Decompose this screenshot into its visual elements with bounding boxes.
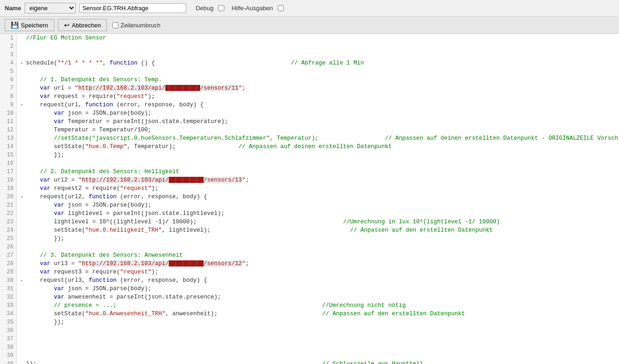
code-line [20, 335, 615, 343]
code-line: setState("hue.0.helligkeit_TRH", lightle… [20, 226, 615, 234]
code-line: ▾schedule("*/1 * * * *", function () { /… [20, 59, 615, 67]
save-icon: 💾 [11, 21, 19, 29]
line-number: 19 [3, 184, 13, 193]
save-label: Speichern [21, 22, 48, 29]
code-line: var json = JSON.parse(body); [20, 201, 615, 209]
line-number: 40 [3, 360, 13, 364]
code-line: var json = JSON.parse(body); [20, 285, 615, 293]
code-line: }); [20, 318, 615, 326]
wordwrap-section: Zeilenumbruch [112, 22, 160, 29]
code-line: // 3. Datenpunkt des Sensors: Anwesenhei… [20, 251, 615, 260]
line-number: 13 [3, 134, 13, 143]
code-line: // 2. Datenpunkt des Sensors: Helligkeit [20, 168, 615, 176]
line-number: 39 [3, 351, 13, 360]
line-number: 4 [3, 59, 13, 67]
line-number: 8 [3, 92, 13, 101]
save-button[interactable]: 💾 Speichern [5, 19, 54, 31]
code-line: // 1. Datenpunkt des Sensors: Temp. [20, 76, 615, 84]
code-line: lightlevel = 10^((lightlevel -1)/ 10000)… [20, 218, 615, 226]
line-number: 2 [3, 42, 13, 51]
hilfe-label: Hilfe-Ausgaben [232, 5, 273, 12]
line-number: 25 [3, 234, 13, 243]
code-line: ▾ request(url, function (error, response… [20, 101, 615, 109]
line-number: 38 [3, 343, 13, 351]
line-number: 20 [3, 193, 13, 201]
wordwrap-label: Zeilenumbruch [120, 22, 160, 29]
code-line: ▾ request(url3, function (error, respons… [20, 276, 615, 285]
code-line: //Flur EG Motion Sensor [20, 34, 615, 42]
code-line [20, 159, 615, 168]
fold-arrow[interactable]: ▾ [20, 59, 26, 68]
code-line [20, 326, 615, 335]
fold-arrow[interactable]: ▾ [20, 277, 26, 285]
line-number: 26 [3, 243, 13, 251]
code-line [20, 51, 615, 59]
line-number: 24 [3, 226, 13, 234]
line-numbers: 1234567891011121314151617181920212223242… [0, 34, 17, 364]
code-line [20, 351, 615, 360]
fold-arrow[interactable]: ▾ [20, 101, 26, 110]
code-line: var url = "http://192.168.2.103/api/████… [20, 84, 615, 92]
code-line: Temperatur = Temperatur/100; [20, 126, 615, 134]
code-line: ▾ request(url2, function (error, respons… [20, 193, 615, 201]
cancel-button[interactable]: ↩ Abbrechen [58, 19, 107, 31]
wordwrap-checkbox[interactable] [112, 22, 118, 28]
line-number: 16 [3, 159, 13, 168]
line-number: 29 [3, 268, 13, 276]
line-number: 7 [3, 84, 13, 92]
code-line: var url3 = "http://192.168.2.103/api/███… [20, 260, 615, 268]
cancel-icon: ↩ [64, 21, 70, 29]
code-line: var json = JSON.parse(body); [20, 109, 615, 117]
path-input[interactable] [79, 3, 186, 13]
hilfe-checkbox[interactable] [278, 5, 284, 11]
line-number: 1 [3, 34, 13, 42]
fold-arrow[interactable]: ▾ [20, 193, 26, 202]
line-number: 12 [3, 126, 13, 134]
code-line: }); [20, 234, 615, 243]
line-number: 30 [3, 276, 13, 285]
line-number: 5 [3, 67, 13, 76]
line-number: 6 [3, 76, 13, 84]
line-number: 23 [3, 218, 13, 226]
line-number: 34 [3, 310, 13, 318]
line-number: 14 [3, 143, 13, 151]
line-number: 10 [3, 109, 13, 117]
code-line: var url2 = "http://192.168.2.103/api/███… [20, 176, 615, 184]
code-line: var anwesenheit = parseInt(json.state.pr… [20, 293, 615, 301]
line-number: 21 [3, 201, 13, 209]
debug-checkbox[interactable] [218, 5, 224, 11]
code-line: var request3 = require("request"); [20, 268, 615, 276]
code-line: var Temperatur = parseInt(json.state.tem… [20, 117, 615, 126]
code-line: }); [20, 151, 615, 159]
code-line [20, 243, 615, 251]
line-number: 36 [3, 326, 13, 335]
code-line: var request = require("request"); [20, 92, 615, 101]
code-line: // presence = ...; //Umrechnung nicht nö… [20, 301, 615, 310]
line-number: 18 [3, 176, 13, 184]
code-line: var request2 = require("request"); [20, 184, 615, 193]
line-number: 37 [3, 335, 13, 343]
code-line: //setState("javascript.0.hueSensors.Temp… [20, 134, 615, 143]
code-line: var lightlevel = parseInt(json.state.lig… [20, 209, 615, 218]
line-number: 3 [3, 51, 13, 59]
toolbar: 💾 Speichern ↩ Abbrechen Zeilenumbruch [0, 17, 619, 34]
editor-container: 1234567891011121314151617181920212223242… [0, 34, 619, 364]
code-line: }); // Schlusszeile aus Hauptteil [20, 360, 615, 364]
line-number: 15 [3, 151, 13, 159]
line-number: 28 [3, 260, 13, 268]
line-number: 11 [3, 117, 13, 126]
code-line [20, 42, 615, 51]
line-number: 9 [3, 101, 13, 109]
code-area[interactable]: //Flur EG Motion Sensor▾schedule("*/1 * … [17, 34, 619, 364]
name-label: Name [5, 5, 21, 12]
code-line [20, 343, 615, 351]
line-number: 33 [3, 301, 13, 310]
code-line: setState("hue.0.Anwesenheit_TRH", anwese… [20, 310, 615, 318]
line-number: 32 [3, 293, 13, 301]
line-number: 22 [3, 209, 13, 218]
code-line: setState("hue.0.Temp", Temperatur); // A… [20, 143, 615, 151]
debug-label: Debug [195, 5, 213, 12]
line-number: 17 [3, 168, 13, 176]
header: Name eigene Debug Hilfe-Ausgaben [0, 0, 619, 17]
name-select[interactable]: eigene [25, 3, 76, 13]
